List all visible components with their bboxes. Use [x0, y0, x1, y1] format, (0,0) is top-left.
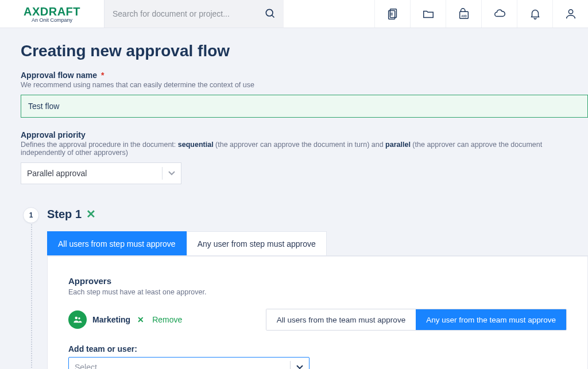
- flow-name-input[interactable]: [21, 95, 588, 118]
- chevron-down-icon: [168, 169, 175, 178]
- approvers-hint: Each step must have at least one approve…: [68, 288, 567, 296]
- tab-all-users-step[interactable]: All users from step must approve: [47, 231, 187, 255]
- search-icon[interactable]: [264, 7, 276, 21]
- add-approver-select[interactable]: Select...: [68, 357, 310, 369]
- cloud-icon[interactable]: [481, 0, 517, 28]
- step-rule-tabs: All users from step must approve Any use…: [47, 231, 588, 256]
- add-approver-label: Add team or user:: [68, 344, 567, 354]
- main-content: Creating new approval flow Approval flow…: [0, 28, 588, 369]
- select-separator: [290, 361, 291, 369]
- brand-logo[interactable]: AXDRAFT An Onit Company: [0, 0, 105, 28]
- search-input[interactable]: [113, 9, 264, 18]
- remove-approver-link[interactable]: Remove: [152, 315, 182, 324]
- delete-step-button[interactable]: ✕: [86, 207, 96, 221]
- header-icon-group: AXD: [374, 0, 588, 28]
- add-approver-placeholder: Select...: [75, 363, 104, 369]
- priority-hint-seq: sequential: [178, 141, 214, 149]
- documents-icon[interactable]: [374, 0, 410, 28]
- user-icon[interactable]: [552, 0, 588, 28]
- flow-name-label: Approval flow name: [21, 71, 97, 80]
- priority-hint-par: parallel: [385, 141, 411, 149]
- remove-approver-x[interactable]: ✕: [137, 315, 144, 324]
- tab-any-user-step[interactable]: Any user from step must approve: [187, 231, 327, 255]
- svg-point-0: [266, 9, 273, 16]
- flow-name-hint: We recommend using names that can easily…: [21, 81, 588, 89]
- team-rule-all[interactable]: All users from the team must approve: [266, 309, 416, 330]
- timeline-line: [31, 224, 32, 369]
- page-title: Creating new approval flow: [21, 42, 588, 60]
- search-bar[interactable]: [105, 0, 284, 28]
- approver-row: Marketing ✕ Remove All users from the te…: [68, 309, 567, 331]
- priority-select-value: Parallel approval: [27, 169, 87, 178]
- team-rule-any[interactable]: Any user from the team must approve: [416, 309, 566, 330]
- bell-icon[interactable]: [517, 0, 552, 28]
- team-rule-toggle: All users from the team must approve Any…: [266, 309, 567, 331]
- priority-select[interactable]: Parallel approval: [21, 162, 181, 184]
- priority-hint-mid: (the approver can approve the document i…: [214, 141, 386, 149]
- team-avatar-icon: [68, 310, 87, 329]
- step-card: Approvers Each step must have at least o…: [47, 256, 588, 369]
- priority-hint: Defines the approval procedure in the do…: [21, 141, 588, 157]
- svg-point-8: [568, 10, 572, 14]
- svg-point-10: [78, 317, 80, 319]
- approver-team-name: Marketing: [92, 315, 130, 324]
- step-title: Step 1: [47, 208, 82, 221]
- svg-line-1: [272, 15, 274, 17]
- svg-text:AXD: AXD: [461, 15, 467, 18]
- marketplace-icon[interactable]: AXD: [446, 0, 481, 28]
- svg-point-9: [75, 317, 78, 320]
- brand-name: AXDRAFT: [24, 5, 80, 18]
- chevron-down-icon: [296, 363, 303, 369]
- approvers-heading: Approvers: [68, 276, 567, 286]
- select-separator: [162, 167, 163, 180]
- priority-hint-pre: Defines the approval procedure in the do…: [21, 141, 178, 149]
- app-header: AXDRAFT An Onit Company AXD: [0, 0, 588, 28]
- brand-tagline: An Onit Company: [32, 17, 72, 23]
- priority-label: Approval priority: [21, 130, 588, 139]
- step-block: 1 Step 1 ✕ All users from step must appr…: [21, 207, 588, 369]
- required-asterisk: *: [101, 71, 104, 80]
- step-index-badge: 1: [23, 207, 39, 223]
- folder-icon[interactable]: [410, 0, 446, 28]
